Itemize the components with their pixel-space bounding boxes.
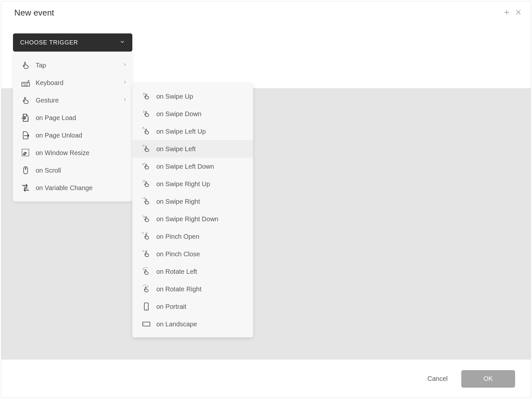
chevron-right-icon xyxy=(123,97,127,103)
trigger-menu-item[interactable]: Gesture xyxy=(13,91,132,109)
menu-item-label: on Swipe Down xyxy=(156,110,248,118)
header-actions xyxy=(502,8,523,18)
menu-item-label: on Variable Change xyxy=(36,184,127,192)
menu-item-label: on Swipe Left xyxy=(156,145,248,153)
menu-item-label: on Landscape xyxy=(156,320,248,328)
landscape-icon xyxy=(141,319,152,330)
dialog-title: New event xyxy=(14,8,54,18)
svg-point-4 xyxy=(25,61,26,62)
page-load-icon xyxy=(20,112,31,123)
pinch-close-icon xyxy=(141,248,152,260)
swipe-left-up-icon xyxy=(141,126,152,137)
pinch-open-icon xyxy=(141,231,152,242)
svg-point-15 xyxy=(24,188,25,189)
menu-item-label: on Swipe Right Up xyxy=(156,180,248,188)
gesture-menu-item[interactable]: on Swipe Left xyxy=(132,140,253,158)
swipe-down-icon xyxy=(141,108,152,119)
chevron-right-icon xyxy=(123,80,127,86)
menu-item-label: on Swipe Right xyxy=(156,198,248,205)
trigger-menu-item[interactable]: on Variable Change xyxy=(13,179,132,197)
menu-item-label: on Rotate Left xyxy=(156,268,248,275)
menu-item-label: on Page Unload xyxy=(36,132,127,139)
swipe-right-icon xyxy=(141,196,152,207)
gesture-menu-item[interactable]: on Pinch Open xyxy=(132,228,253,245)
gesture-menu-item[interactable]: on Swipe Right xyxy=(132,193,253,210)
gesture-menu-item[interactable]: on Landscape xyxy=(132,315,253,333)
variable-change-icon xyxy=(20,182,31,193)
menu-item-label: Gesture xyxy=(36,97,123,104)
trigger-menu-item[interactable]: on Page Load xyxy=(13,109,132,127)
dialog-footer: Cancel OK xyxy=(1,359,531,398)
menu-item-label: on Swipe Left Up xyxy=(156,128,248,135)
menu-item-label: on Scroll xyxy=(36,167,127,174)
choose-trigger-label: CHOOSE TRIGGER xyxy=(20,39,78,46)
svg-point-14 xyxy=(25,168,26,169)
dialog-body: CHOOSE TRIGGER TapKeyboardGestureon Page… xyxy=(1,26,531,359)
menu-item-label: on Pinch Open xyxy=(156,233,248,240)
trigger-menu-item[interactable]: Keyboard xyxy=(13,74,132,91)
menu-item-label: Keyboard xyxy=(36,79,123,87)
gesture-icon xyxy=(20,95,31,106)
menu-item-label: Tap xyxy=(36,62,123,69)
keyboard-icon xyxy=(20,77,31,88)
menu-item-label: on Window Resize xyxy=(36,149,127,157)
menu-item-label: on Swipe Up xyxy=(156,93,248,100)
svg-rect-5 xyxy=(22,82,30,87)
trigger-menu-item[interactable]: Tap xyxy=(13,56,132,74)
menu-item-label: on Rotate Right xyxy=(156,285,248,293)
menu-item-label: on Portrait xyxy=(156,303,248,310)
chevron-right-icon xyxy=(123,62,127,68)
tap-icon xyxy=(20,60,31,71)
svg-point-17 xyxy=(146,309,147,309)
gesture-menu-item[interactable]: on Swipe Up xyxy=(132,88,253,105)
scroll-icon xyxy=(20,165,31,176)
portrait-icon xyxy=(141,301,152,312)
gesture-menu-item[interactable]: on Swipe Left Down xyxy=(132,158,253,175)
window-resize-icon xyxy=(20,147,31,158)
dialog-header: New event xyxy=(1,1,531,26)
trigger-menu-item[interactable]: on Window Resize xyxy=(13,144,132,162)
new-event-dialog: New event CHOOSE TRIGGER TapKeyboardG xyxy=(1,1,531,398)
gesture-menu-item[interactable]: on Rotate Right xyxy=(132,280,253,298)
gesture-submenu: on Swipe Upon Swipe Downon Swipe Left Up… xyxy=(132,83,253,337)
rotate-left-icon xyxy=(141,266,152,277)
gesture-menu-item[interactable]: on Pinch Close xyxy=(132,245,253,263)
chevron-down-icon xyxy=(119,39,125,46)
rotate-right-icon xyxy=(141,284,152,295)
swipe-up-icon xyxy=(141,91,152,102)
ok-button[interactable]: OK xyxy=(461,370,515,388)
menu-item-label: on Swipe Right Down xyxy=(156,215,248,223)
gesture-menu-item[interactable]: on Swipe Right Up xyxy=(132,175,253,193)
gesture-menu-item[interactable]: on Swipe Down xyxy=(132,105,253,123)
close-button[interactable] xyxy=(514,8,523,18)
swipe-right-down-icon xyxy=(141,213,152,224)
menu-item-label: on Pinch Close xyxy=(156,250,248,258)
gesture-menu-item[interactable]: on Swipe Right Down xyxy=(132,210,253,228)
swipe-left-icon xyxy=(141,143,152,154)
menu-item-label: on Page Load xyxy=(36,114,127,122)
gesture-menu-item[interactable]: on Rotate Left xyxy=(132,263,253,280)
trigger-menu-item[interactable]: on Page Unload xyxy=(13,127,132,144)
trigger-menu: TapKeyboardGestureon Page Loadon Page Un… xyxy=(13,52,132,201)
gesture-menu-item[interactable]: on Portrait xyxy=(132,298,253,315)
plus-icon xyxy=(503,9,510,17)
svg-point-19 xyxy=(144,324,144,324)
swipe-left-down-icon xyxy=(141,161,152,172)
menu-item-label: on Swipe Left Down xyxy=(156,163,248,170)
swipe-right-up-icon xyxy=(141,178,152,189)
close-icon xyxy=(515,9,522,17)
add-button[interactable] xyxy=(502,8,511,18)
gesture-menu-item[interactable]: on Swipe Left Up xyxy=(132,123,253,140)
choose-trigger-button[interactable]: CHOOSE TRIGGER xyxy=(13,33,132,52)
trigger-menu-item[interactable]: on Scroll xyxy=(13,162,132,179)
page-unload-icon xyxy=(20,130,31,141)
cancel-button[interactable]: Cancel xyxy=(424,372,452,385)
